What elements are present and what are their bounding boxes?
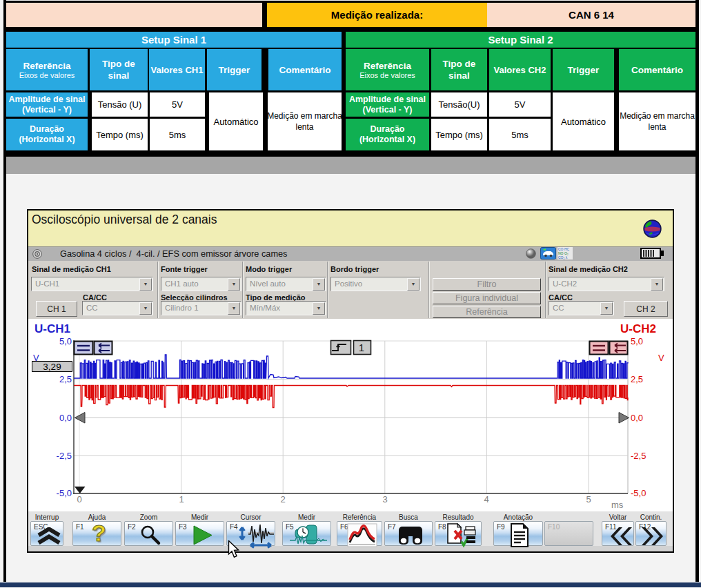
svg-text:1: 1	[359, 342, 364, 353]
svg-text:CO₂ λ: CO₂ λ	[558, 255, 568, 259]
